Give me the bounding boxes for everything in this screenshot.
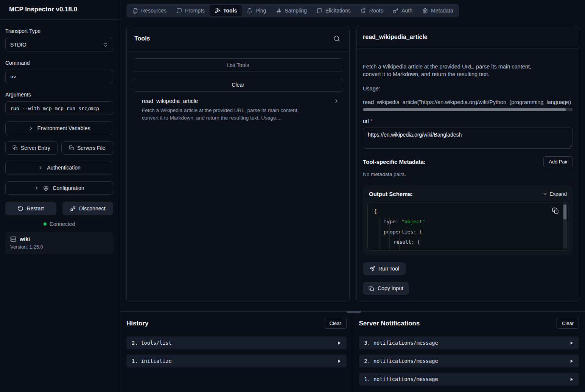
copy-schema-icon[interactable] <box>552 207 559 214</box>
command-input[interactable]: uv <box>5 70 113 83</box>
restart-button[interactable]: Restart <box>5 202 56 215</box>
tab-label: Sampling <box>285 8 307 14</box>
expand-play-icon <box>569 341 574 345</box>
notification-item-label: 3. notifications/message <box>364 340 438 346</box>
tab-prompts[interactable]: Prompts <box>171 5 210 16</box>
tab-resources[interactable]: Resources <box>128 5 171 16</box>
server-notifications-panel: Server Notifications Clear 3. notificati… <box>353 312 585 392</box>
schema-vertical-scrollbar <box>563 204 567 249</box>
add-pair-button[interactable]: Add Pair <box>543 156 573 167</box>
copy-icon <box>369 286 374 291</box>
server-icon <box>10 236 16 242</box>
schema-code-line: title: <box>403 249 424 250</box>
configuration-button[interactable]: Configuration <box>5 181 113 195</box>
list-tools-button[interactable]: List Tools <box>133 58 343 72</box>
tab-sampling[interactable]: Sampling <box>271 5 311 16</box>
expand-schema-toggle[interactable]: Expand <box>543 191 567 197</box>
tab-label: Ping <box>255 8 266 14</box>
textarea-resize-handle[interactable] <box>568 144 571 147</box>
output-schema-label: Output Schema: <box>369 191 413 197</box>
key-icon <box>393 8 398 14</box>
expand-label: Expand <box>549 191 567 197</box>
tab-tools[interactable]: Tools <box>210 5 242 16</box>
server-info-card: wiki Version: 1.25.0 <box>5 232 113 254</box>
arguments-input[interactable]: run --with mcp mcp run src/mcp_ <box>5 101 113 115</box>
url-value: https://en.wikipedia.org/wiki/Bangladesh <box>368 132 462 138</box>
copy-icon <box>12 145 18 151</box>
tab-label: Metadata <box>431 8 453 14</box>
history-item-label: 2. tools/list <box>132 340 172 346</box>
schema-code-line: { <box>374 208 377 214</box>
servers-file-label: Servers File <box>77 145 106 151</box>
clear-tools-button[interactable]: Clear <box>133 78 343 92</box>
bottom-panels: History Clear 2. tools/list 1. initializ… <box>120 311 585 392</box>
metadata-label: Tool-specific Metadata: <box>363 159 426 165</box>
transport-type-value: STDIO <box>10 42 26 48</box>
tool-detail-description: convert it to Markdown, and return the r… <box>363 70 573 78</box>
chevron-right-icon <box>34 185 39 191</box>
usage-label: Usage: <box>363 86 573 92</box>
notification-item[interactable]: 2. notifications/message <box>359 355 579 367</box>
tab-label: Tools <box>223 8 237 14</box>
message-square-icon <box>176 8 182 14</box>
server-entry-label: Server Entry <box>21 145 50 151</box>
main-area: Resources Prompts Tools Ping Sampling El… <box>120 0 585 392</box>
chevron-right-icon <box>28 126 34 131</box>
clear-history-button[interactable]: Clear <box>324 318 346 329</box>
panel-resize-handle[interactable] <box>347 311 361 313</box>
schema-code-line: type: <box>384 219 401 224</box>
notification-item-label: 1. notifications/message <box>364 376 438 382</box>
servers-file-button[interactable]: Servers File <box>61 141 114 155</box>
mcp-inspector-app: MCP Inspector v0.18.0 Transport Type STD… <box>0 0 585 392</box>
tool-detail-title: read_wikipedia_article <box>363 34 428 40</box>
disconnect-label: Disconnect <box>79 205 105 212</box>
transport-type-select[interactable]: STDIO <box>5 38 113 51</box>
scrollbar-thumb[interactable] <box>563 204 566 219</box>
command-label: Command <box>5 60 113 66</box>
disconnect-button[interactable]: Disconnect <box>62 202 114 215</box>
environment-variables-label: Environment Variables <box>37 125 90 131</box>
tab-auth[interactable]: Auth <box>388 5 417 16</box>
tool-list-item[interactable]: read_wikipedia_article Fetch a Wikipedia… <box>133 92 343 127</box>
run-tool-button[interactable]: Run Tool <box>363 262 406 275</box>
arguments-label: Arguments <box>5 92 113 98</box>
history-title: History <box>126 320 149 327</box>
copy-input-button[interactable]: Copy Input <box>363 282 409 295</box>
configuration-label: Configuration <box>53 185 84 191</box>
connection-status-label: Connected <box>50 221 75 227</box>
tab-elicitations[interactable]: Elicitations <box>312 5 356 16</box>
list-tree-icon <box>361 8 366 14</box>
chevrons-up-down-icon <box>103 42 108 47</box>
authentication-button[interactable]: Authentication <box>5 161 113 174</box>
history-item[interactable]: 1. initialize <box>126 355 347 367</box>
copy-icon <box>69 145 74 151</box>
schema-code-line: result: { <box>394 239 420 245</box>
server-entry-button[interactable]: Server Entry <box>5 141 58 155</box>
search-icon[interactable] <box>333 35 340 42</box>
indent-guide <box>380 217 380 250</box>
scrollbar-thumb[interactable] <box>363 108 566 111</box>
authentication-label: Authentication <box>47 165 81 171</box>
notification-item[interactable]: 3. notifications/message <box>359 336 579 349</box>
no-metadata-text: No metadata pairs. <box>363 171 573 177</box>
tool-detail-panel: read_wikipedia_article Fetch a Wikipedia… <box>356 26 579 302</box>
connected-dot <box>44 222 47 226</box>
server-notifications-title: Server Notifications <box>359 320 420 327</box>
clear-tools-label: Clear <box>232 82 244 88</box>
history-item[interactable]: 2. tools/list <box>126 336 347 349</box>
chevron-right-icon <box>38 165 43 170</box>
tab-metadata[interactable]: Metadata <box>417 5 458 16</box>
unplug-icon <box>70 206 76 212</box>
clear-notifications-button[interactable]: Clear <box>557 318 579 329</box>
tab-ping[interactable]: Ping <box>242 5 271 16</box>
tab-roots[interactable]: Roots <box>356 5 388 16</box>
environment-variables-button[interactable]: Environment Variables <box>5 121 113 135</box>
indent-guide <box>389 217 390 250</box>
clear-notifications-label: Clear <box>562 320 574 326</box>
tools-panel-title: Tools <box>134 35 150 42</box>
output-schema-section: Output Schema: Expand { type: "object" <box>363 185 573 255</box>
notification-item[interactable]: 1. notifications/message <box>359 373 579 386</box>
url-input[interactable]: https://en.wikipedia.org/wiki/Bangladesh <box>363 128 573 149</box>
hash-icon <box>276 8 282 14</box>
history-item-label: 1. initialize <box>132 358 172 364</box>
